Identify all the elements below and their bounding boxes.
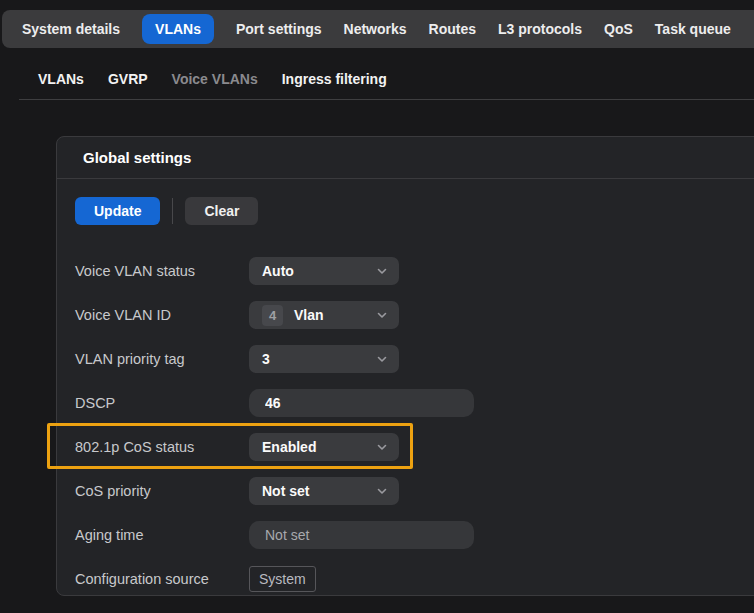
aging-time-input[interactable] bbox=[249, 521, 474, 549]
top-navigation-bar: System details VLANs Port settings Netwo… bbox=[2, 10, 754, 48]
tab-l3-protocols[interactable]: L3 protocols bbox=[498, 21, 582, 37]
voice-vlan-id-select[interactable]: 4 Vlan bbox=[249, 301, 399, 329]
tab-qos[interactable]: QoS bbox=[604, 21, 633, 37]
button-divider bbox=[172, 198, 173, 224]
chevron-down-icon bbox=[376, 485, 388, 497]
row-cos-status: 802.1p CoS status Enabled bbox=[75, 433, 754, 461]
vlan-id-badge: 4 bbox=[262, 305, 283, 326]
voice-vlan-id-label: Voice VLAN ID bbox=[75, 307, 249, 323]
row-configuration-source: Configuration source System bbox=[75, 565, 754, 593]
cos-status-value: Enabled bbox=[262, 439, 370, 455]
dscp-input[interactable] bbox=[249, 389, 474, 417]
tab-task-queue[interactable]: Task queue bbox=[655, 21, 731, 37]
vlans-sub-navigation: VLANs GVRP Voice VLANs Ingress filtering bbox=[0, 48, 754, 87]
cos-priority-label: CoS priority bbox=[75, 483, 249, 499]
panel-header: Global settings bbox=[57, 137, 754, 179]
configuration-source-label: Configuration source bbox=[75, 571, 249, 587]
row-aging-time: Aging time bbox=[75, 521, 754, 549]
panel-title: Global settings bbox=[83, 149, 191, 166]
row-voice-vlan-id: Voice VLAN ID 4 Vlan bbox=[75, 301, 754, 329]
subtab-ingress-filtering[interactable]: Ingress filtering bbox=[282, 71, 387, 87]
cos-priority-value: Not set bbox=[262, 483, 370, 499]
row-vlan-priority-tag: VLAN priority tag 3 bbox=[75, 345, 754, 373]
row-voice-vlan-status: Voice VLAN status Auto bbox=[75, 257, 754, 285]
vlan-priority-tag-label: VLAN priority tag bbox=[75, 351, 249, 367]
subtab-voice-vlans[interactable]: Voice VLANs bbox=[172, 71, 258, 87]
subtab-vlans[interactable]: VLANs bbox=[38, 71, 84, 87]
tab-system-details[interactable]: System details bbox=[22, 21, 120, 37]
vlan-priority-tag-value: 3 bbox=[262, 351, 370, 367]
voice-vlan-status-label: Voice VLAN status bbox=[75, 263, 249, 279]
tab-networks[interactable]: Networks bbox=[344, 21, 407, 37]
row-dscp: DSCP bbox=[75, 389, 754, 417]
voice-vlan-status-value: Auto bbox=[262, 263, 370, 279]
vlan-priority-tag-select[interactable]: 3 bbox=[249, 345, 399, 373]
subtab-gvrp[interactable]: GVRP bbox=[108, 71, 148, 87]
tab-routes[interactable]: Routes bbox=[429, 21, 476, 37]
chevron-down-icon bbox=[376, 441, 388, 453]
global-settings-panel: Global settings Update Clear Voice VLAN … bbox=[56, 136, 754, 596]
voice-vlan-id-value: Vlan bbox=[294, 307, 370, 323]
tab-port-settings[interactable]: Port settings bbox=[236, 21, 322, 37]
dscp-label: DSCP bbox=[75, 395, 249, 411]
chevron-down-icon bbox=[376, 353, 388, 365]
actions-row: Update Clear bbox=[75, 197, 754, 225]
cos-status-label: 802.1p CoS status bbox=[75, 439, 249, 455]
tab-vlans[interactable]: VLANs bbox=[142, 14, 214, 44]
panel-body: Update Clear Voice VLAN status Auto Voic… bbox=[57, 179, 754, 593]
aging-time-label: Aging time bbox=[75, 527, 249, 543]
update-button[interactable]: Update bbox=[75, 197, 160, 225]
clear-button[interactable]: Clear bbox=[185, 197, 258, 225]
chevron-down-icon bbox=[376, 265, 388, 277]
subnav-divider bbox=[19, 99, 754, 100]
chevron-down-icon bbox=[376, 309, 388, 321]
cos-priority-select[interactable]: Not set bbox=[249, 477, 399, 505]
cos-status-select[interactable]: Enabled bbox=[249, 433, 399, 461]
voice-vlan-status-select[interactable]: Auto bbox=[249, 257, 399, 285]
configuration-source-tag: System bbox=[249, 566, 316, 592]
row-cos-priority: CoS priority Not set bbox=[75, 477, 754, 505]
